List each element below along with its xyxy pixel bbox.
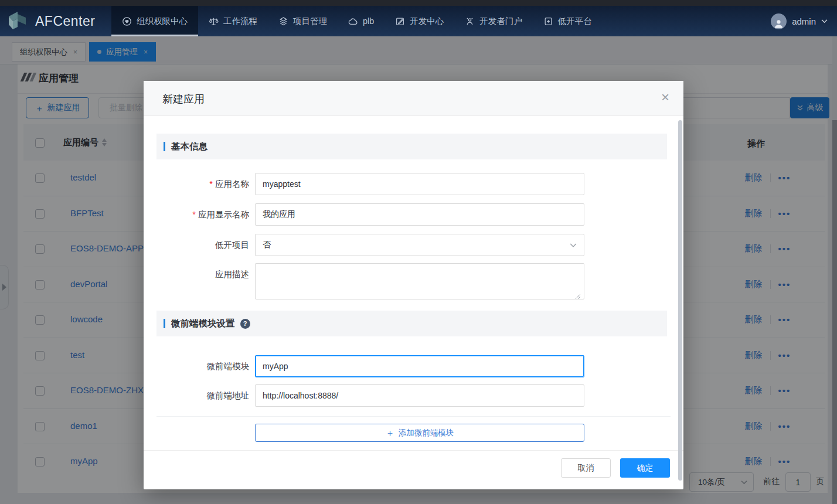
app-display-name-label: *应用显示名称 <box>149 203 249 226</box>
low-code-project-select[interactable]: 否 <box>255 234 584 256</box>
nav-item-dev-center[interactable]: 开发中心 <box>385 6 454 36</box>
avatar-icon <box>771 13 787 29</box>
nav-item-label: 工作流程 <box>223 16 257 27</box>
nav-item-project-management[interactable]: 项目管理 <box>268 6 338 36</box>
nav-item-label: 开发者门户 <box>479 16 522 27</box>
micro-module-input[interactable] <box>255 355 584 377</box>
nav-item-workflow[interactable]: 工作流程 <box>198 6 268 36</box>
navbar: AFCenter 组织权限中心 工作流程 <box>0 6 837 36</box>
heart-badge-icon <box>122 16 132 26</box>
edit-square-icon <box>395 16 405 26</box>
nav-item-label: 低开平台 <box>558 16 592 27</box>
divider <box>156 416 671 417</box>
required-asterisk: * <box>209 179 213 189</box>
nav-item-label: 组织权限中心 <box>137 16 188 27</box>
username: admin <box>792 16 816 26</box>
cloud-icon <box>348 16 358 26</box>
layers-icon <box>278 16 288 26</box>
afcenter-logo-icon <box>8 12 29 30</box>
section-label: 基本信息 <box>171 141 207 153</box>
modal-scrollbar-thumb[interactable] <box>678 120 682 481</box>
modal-header: 新建应用 × <box>144 81 683 116</box>
scales-icon <box>209 16 219 26</box>
micro-url-input[interactable] <box>255 384 584 407</box>
nav-menu: 组织权限中心 工作流程 项目管理 <box>111 6 603 36</box>
section-label: 微前端模块设置 <box>171 318 235 330</box>
person-badge-icon <box>465 16 475 26</box>
micro-module-label: 微前端模块 <box>149 355 249 377</box>
cancel-button[interactable]: 取消 <box>561 458 611 478</box>
nav-item-label: 开发中心 <box>410 16 444 27</box>
nav-item-lowcode-platform[interactable]: 低开平台 <box>533 6 603 36</box>
app-name-input[interactable] <box>255 173 584 195</box>
section-micro-frontend: 微前端模块设置 ? <box>156 311 667 336</box>
chevron-down-icon <box>570 243 577 248</box>
close-button[interactable]: × <box>661 90 669 104</box>
section-accent-bar <box>164 142 165 151</box>
select-value: 否 <box>263 240 271 250</box>
chevron-down-icon <box>821 19 828 23</box>
user-menu[interactable]: admin <box>771 13 829 29</box>
nav-item-label: 项目管理 <box>293 16 327 27</box>
nav-item-plb[interactable]: plb <box>338 6 385 36</box>
section-accent-bar <box>164 319 165 328</box>
add-micro-module-label: 添加微前端模块 <box>399 428 454 438</box>
low-code-project-label: 低开项目 <box>149 234 249 256</box>
modal-footer: 取消 确定 <box>144 450 683 489</box>
confirm-button[interactable]: 确定 <box>620 458 670 478</box>
window-chrome-strip <box>0 0 837 6</box>
plus-square-icon <box>543 16 553 26</box>
brand: AFCenter <box>8 12 111 30</box>
plus-icon: ＋ <box>386 428 394 437</box>
nav-item-org-auth-center[interactable]: 组织权限中心 <box>111 6 198 36</box>
new-app-dialog: 新建应用 × 基本信息 *应用名称 *应用显示名称 低开项目 否 应用描述 <box>144 81 683 489</box>
micro-url-label: 微前端地址 <box>149 384 249 407</box>
add-micro-module-button[interactable]: ＋ 添加微前端模块 <box>255 424 584 442</box>
section-basic-info: 基本信息 <box>156 134 667 159</box>
modal-title: 新建应用 <box>162 92 205 106</box>
app-name-label: *应用名称 <box>149 173 249 195</box>
nav-item-label: plb <box>363 16 374 26</box>
nav-item-developer-portal[interactable]: 开发者门户 <box>454 6 533 36</box>
brand-name: AFCenter <box>35 13 95 29</box>
app-description-label: 应用描述 <box>149 263 249 285</box>
help-icon[interactable]: ? <box>240 319 250 329</box>
app-display-name-input[interactable] <box>255 203 584 226</box>
screen: AFCenter 组织权限中心 工作流程 <box>0 0 837 504</box>
required-asterisk: * <box>192 210 196 219</box>
app-description-textarea[interactable] <box>255 263 584 299</box>
